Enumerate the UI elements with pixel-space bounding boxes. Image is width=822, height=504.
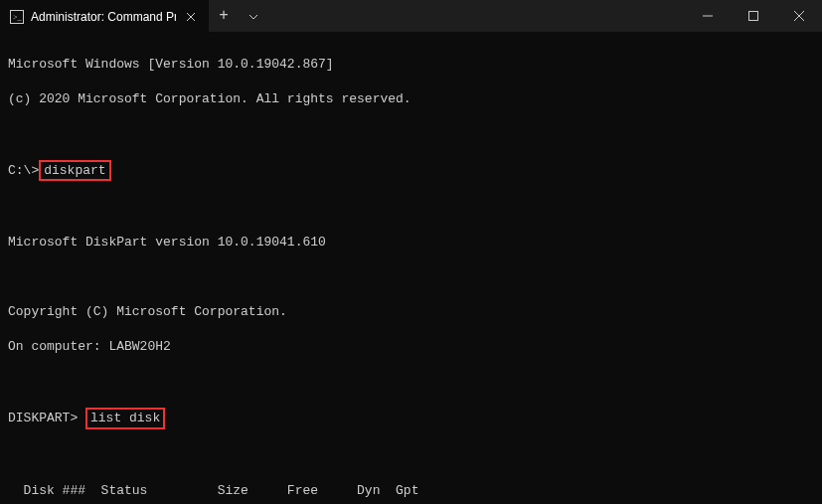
prompt: C:\>: [8, 163, 39, 178]
cmd-icon: >_: [10, 10, 24, 24]
highlight-list-disk: list disk: [85, 408, 165, 429]
plus-icon: +: [219, 7, 229, 25]
output-line: Microsoft Windows [Version 10.0.19042.86…: [8, 56, 814, 74]
svg-text:>_: >_: [13, 13, 23, 22]
blank-line: [8, 373, 814, 391]
blank-line: [8, 199, 814, 217]
output-line: On computer: LABW20H2: [8, 338, 814, 356]
highlight-diskpart: diskpart: [39, 160, 110, 182]
terminal-output[interactable]: Microsoft Windows [Version 10.0.19042.86…: [0, 32, 822, 504]
new-tab-button[interactable]: +: [209, 0, 239, 32]
tab-dropdown-button[interactable]: [239, 0, 268, 32]
table-header: Disk ### Status Size Free Dyn Gpt: [8, 482, 814, 500]
command-line: DISKPART> list disk: [8, 408, 814, 429]
blank-line: [8, 447, 814, 465]
blank-line: [8, 125, 814, 143]
command-line: C:\>diskpart: [8, 160, 814, 182]
output-line: Copyright (C) Microsoft Corporation.: [8, 303, 814, 321]
titlebar-left: >_ Administrator: Command Promp +: [0, 0, 268, 32]
close-icon: [794, 11, 804, 21]
svg-rect-5: [749, 12, 758, 21]
tab-title: Administrator: Command Promp: [31, 10, 176, 24]
active-tab[interactable]: >_ Administrator: Command Promp: [0, 0, 209, 32]
maximize-icon: [748, 11, 758, 21]
output-line: (c) 2020 Microsoft Corporation. All righ…: [8, 90, 814, 108]
output-line: Microsoft DiskPart version 10.0.19041.61…: [8, 234, 814, 252]
window-controls: [685, 0, 822, 32]
titlebar: >_ Administrator: Command Promp +: [0, 0, 822, 32]
prompt: DISKPART>: [8, 411, 85, 425]
minimize-icon: [703, 11, 713, 21]
minimize-button[interactable]: [685, 0, 731, 32]
chevron-down-icon: [248, 9, 258, 24]
blank-line: [8, 268, 814, 286]
close-tab-icon[interactable]: [183, 9, 199, 25]
close-button[interactable]: [776, 0, 822, 32]
maximize-button[interactable]: [731, 0, 776, 32]
